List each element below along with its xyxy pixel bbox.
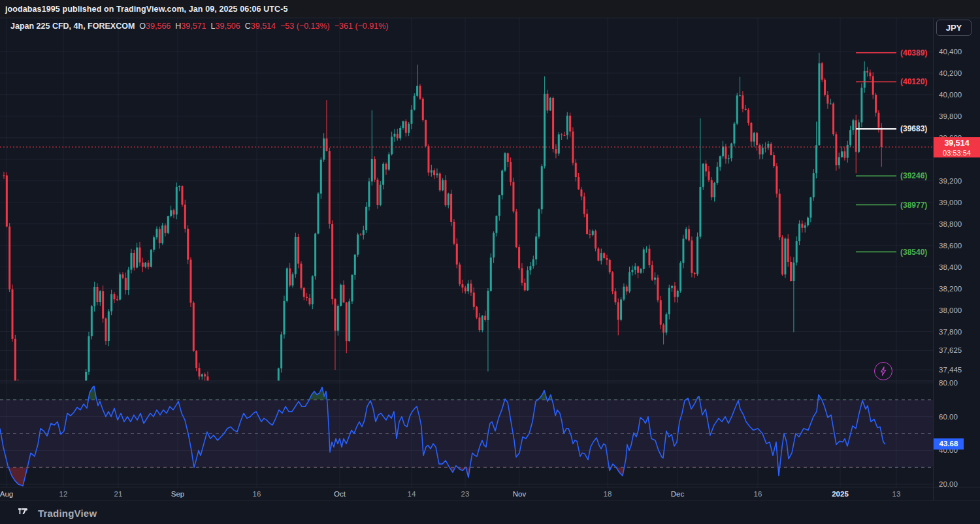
- ohlc-value: 39,506: [216, 22, 240, 31]
- candle-body: [88, 336, 90, 372]
- tradingview-snapshot: joodabas1995 published on TradingView.co…: [0, 0, 980, 524]
- candle-body: [142, 263, 144, 267]
- candle-body: [14, 339, 16, 381]
- candle-body: [527, 270, 529, 290]
- time-tick-label: 21: [114, 490, 123, 498]
- ohlc-key: C: [245, 22, 251, 31]
- candle-body: [541, 166, 543, 209]
- candle-body: [85, 372, 87, 399]
- candle-body: [620, 299, 622, 319]
- candle-body: [71, 493, 73, 500]
- rsi-tick-label: 80.00: [939, 379, 958, 387]
- candle-body: [801, 223, 803, 227]
- symbol-legend[interactable]: Japan 225 CFD, 4h, FOREXCOMO39,566H39,57…: [10, 22, 388, 31]
- candle-body: [397, 134, 399, 139]
- candle-body: [510, 162, 512, 182]
- candle-body: [433, 171, 435, 176]
- candle-body: [722, 146, 724, 156]
- candle-body: [563, 135, 565, 136]
- candle-body: [546, 94, 548, 110]
- candle-body: [745, 109, 747, 110]
- candle-body: [841, 152, 843, 157]
- candle-body: [773, 155, 775, 166]
- currency-toggle-button[interactable]: JPY: [936, 20, 972, 36]
- candle-body: [529, 266, 531, 270]
- candle-body: [133, 253, 135, 268]
- candle-body: [444, 180, 446, 206]
- candle-body: [713, 183, 715, 197]
- candle-body: [365, 207, 367, 231]
- candle-body: [422, 99, 424, 120]
- candle-body: [206, 376, 208, 402]
- candle-body: [116, 299, 118, 300]
- candle-body: [668, 288, 670, 314]
- price-tick-label: 37,800: [939, 328, 962, 336]
- candle-body: [286, 269, 288, 301]
- price-level-label[interactable]: (38540): [900, 248, 927, 257]
- candle-body: [363, 230, 365, 235]
- candle-body: [405, 122, 407, 133]
- candle-body: [348, 301, 350, 341]
- candle-body: [342, 285, 344, 303]
- price-tick-label: 40,000: [939, 91, 962, 99]
- candle-body: [402, 122, 404, 128]
- candle-body: [465, 287, 466, 291]
- price-tick-label: 38,400: [939, 263, 962, 271]
- candle-body: [439, 173, 441, 190]
- candle-body: [538, 209, 540, 237]
- candle-body: [414, 96, 416, 110]
- candle-body: [830, 104, 832, 105]
- candle-body: [524, 283, 526, 291]
- rsi-pane[interactable]: [0, 383, 933, 486]
- candle-body: [821, 63, 823, 80]
- candle-body: [297, 237, 299, 264]
- tradingview-logo-icon[interactable]: [18, 508, 33, 518]
- candle-body: [507, 153, 509, 162]
- candle-body: [813, 173, 815, 197]
- candle-body: [461, 284, 463, 287]
- candle-body: [662, 325, 664, 333]
- candle-body: [515, 212, 517, 248]
- candle-body: [583, 197, 585, 214]
- price-level-label[interactable]: (40389): [900, 48, 927, 57]
- candle-body: [295, 237, 297, 274]
- candle-body: [376, 180, 378, 205]
- candle-body: [189, 260, 191, 303]
- candle-body: [640, 269, 642, 273]
- price-tick-label: 37,625: [939, 346, 962, 354]
- candle-body: [872, 76, 874, 95]
- candle-body: [359, 235, 361, 235]
- price-tick-label: 40,200: [939, 69, 962, 77]
- chart-canvas[interactable]: [0, 18, 933, 500]
- time-tick-label: 12: [59, 490, 68, 498]
- price-tick-label: 39,800: [939, 112, 962, 120]
- price-axis-border: [933, 18, 934, 500]
- candle-body: [159, 229, 161, 243]
- candle-body: [674, 286, 676, 297]
- candle-body: [518, 247, 520, 268]
- time-tick-label: 16: [754, 490, 762, 498]
- boost-button[interactable]: [874, 362, 892, 380]
- lightning-icon: [878, 366, 889, 376]
- candle-body: [679, 263, 681, 291]
- price-level-label[interactable]: (40120): [900, 77, 927, 86]
- candle-body: [597, 248, 599, 260]
- candle-body: [677, 291, 679, 297]
- candle-body: [161, 225, 163, 243]
- candle-body: [629, 272, 630, 291]
- candle-body: [809, 197, 811, 218]
- candle-body: [586, 214, 588, 234]
- price-level-label[interactable]: (39246): [900, 171, 927, 180]
- logo-bar: TradingView: [0, 500, 980, 524]
- candle-body: [391, 137, 393, 154]
- candle-body: [490, 257, 492, 291]
- candle-body: [495, 216, 497, 233]
- candle-body: [747, 110, 749, 123]
- candle-body: [487, 291, 489, 320]
- price-level-label[interactable]: (38977): [900, 201, 927, 210]
- price-level-label[interactable]: (39683): [900, 124, 927, 133]
- tradingview-logo-text[interactable]: TradingView: [38, 508, 97, 519]
- candle-body: [521, 268, 523, 282]
- candle-body: [612, 272, 613, 291]
- time-tick-label: Oct: [334, 490, 346, 498]
